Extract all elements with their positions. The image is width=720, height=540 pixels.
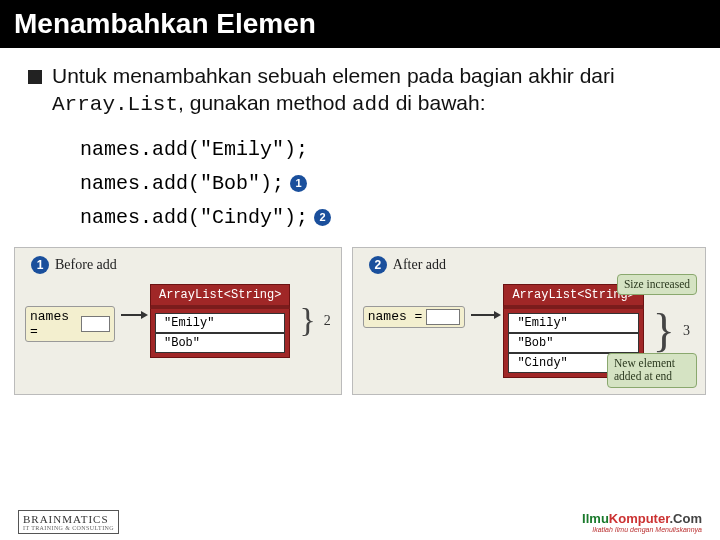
logo-brainmatics: BRAINMATICS IT TRAINING & CONSULTING bbox=[18, 510, 119, 534]
variable-name: names = bbox=[368, 309, 423, 324]
inline-code-add: add bbox=[352, 93, 390, 116]
step-badge-1: 1 bbox=[290, 175, 307, 192]
panel-caption: Before add bbox=[55, 257, 117, 273]
code-text: names.add("Emily"); bbox=[80, 133, 308, 167]
annotation-new-element: New element added at end bbox=[607, 353, 697, 387]
logo-part-komputer: Komputer bbox=[609, 511, 670, 526]
panel-header: 2 After add bbox=[363, 256, 695, 274]
brace-icon: } bbox=[653, 317, 675, 345]
panel-after-add: 2 After add names = ArrayList<String> "E… bbox=[352, 247, 706, 395]
text-post: di bawah: bbox=[390, 91, 486, 114]
panel-badge-2: 2 bbox=[369, 256, 387, 274]
bullet-text: Untuk menambahkan sebuah elemen pada bag… bbox=[52, 62, 692, 119]
cell-value: "Emily" bbox=[508, 313, 638, 333]
inline-code-arraylist: Array.List bbox=[52, 93, 178, 116]
object-type-label: ArrayList<String> bbox=[150, 284, 290, 309]
cell-value: "Bob" bbox=[508, 333, 638, 353]
slide-title: Menambahkan Elemen bbox=[0, 0, 720, 48]
step-badge-2: 2 bbox=[314, 209, 331, 226]
panel-before-add: 1 Before add names = ArrayList<String> "… bbox=[14, 247, 342, 395]
brand-name: BRAINMATICS bbox=[23, 513, 109, 525]
variable-name: names = bbox=[30, 309, 77, 339]
bullet-marker bbox=[28, 70, 42, 84]
reference-arrow-icon bbox=[471, 314, 497, 316]
code-text: names.add("Bob"); bbox=[80, 167, 284, 201]
size-label: 3 bbox=[683, 323, 690, 339]
text-mid: , gunakan method bbox=[178, 91, 352, 114]
size-label: 2 bbox=[324, 313, 331, 329]
slide-footer: BRAINMATICS IT TRAINING & CONSULTING Ilm… bbox=[0, 510, 720, 534]
code-block: names.add("Emily"); names.add("Bob"); 1 … bbox=[80, 133, 692, 235]
reference-arrow-icon bbox=[121, 314, 144, 316]
text-pre: Untuk menambahkan sebuah elemen pada bag… bbox=[52, 64, 615, 87]
cell-value: "Bob" bbox=[155, 333, 285, 353]
variable-slot bbox=[81, 316, 111, 332]
diagram-row: 1 Before add names = ArrayList<String> "… bbox=[0, 247, 720, 395]
logo-part-com: .Com bbox=[670, 511, 703, 526]
object-box: ArrayList<String> "Emily" "Bob" bbox=[150, 284, 290, 358]
code-line-3: names.add("Cindy"); 2 bbox=[80, 201, 692, 235]
variable-box: names = bbox=[25, 306, 115, 342]
bullet-item: Untuk menambahkan sebuah elemen pada bag… bbox=[28, 62, 692, 119]
annotation-size-increased: Size increased bbox=[617, 274, 697, 295]
logo-ilmukomputer: IlmuKomputer.Com Ikatlah Ilmu dengan Men… bbox=[582, 511, 702, 533]
object-cells: "Emily" "Bob" bbox=[150, 309, 290, 358]
brace-icon: } bbox=[299, 310, 315, 330]
brand-tagline: IT TRAINING & CONSULTING bbox=[23, 525, 114, 531]
slide-body: Untuk menambahkan sebuah elemen pada bag… bbox=[0, 48, 720, 235]
panel-header: 1 Before add bbox=[25, 256, 331, 274]
code-line-2: names.add("Bob"); 1 bbox=[80, 167, 692, 201]
variable-slot bbox=[426, 309, 460, 325]
diagram-body: names = ArrayList<String> "Emily" "Bob" … bbox=[25, 284, 331, 358]
code-line-1: names.add("Emily"); bbox=[80, 133, 692, 167]
code-text: names.add("Cindy"); bbox=[80, 201, 308, 235]
logo-tagline: Ikatlah Ilmu dengan Menuliskannya bbox=[582, 526, 702, 533]
panel-badge-1: 1 bbox=[31, 256, 49, 274]
cell-value: "Emily" bbox=[155, 313, 285, 333]
variable-box: names = bbox=[363, 306, 466, 328]
logo-part-ilmu: Ilmu bbox=[582, 511, 609, 526]
panel-caption: After add bbox=[393, 257, 446, 273]
